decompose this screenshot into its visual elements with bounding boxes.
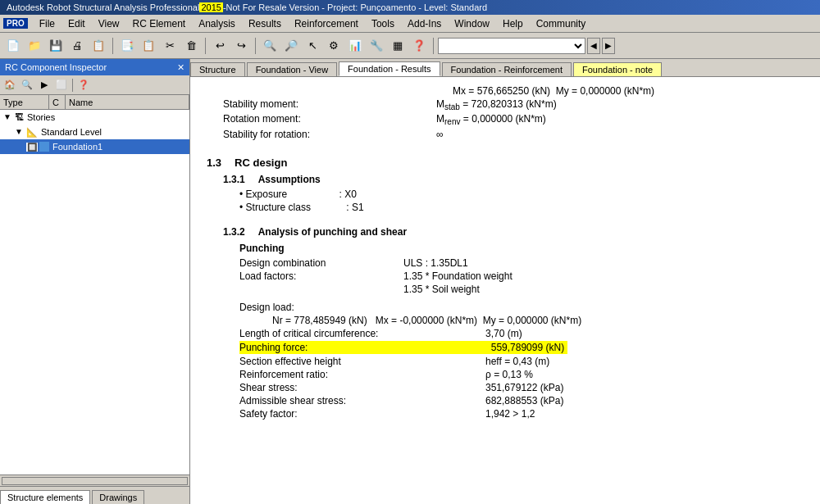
shear-stress-label: Shear stress: xyxy=(239,382,485,393)
foundation1-label: Foundation1 xyxy=(52,142,102,152)
punching-force-row: Punching force: 559,789099 (kN) xyxy=(207,341,804,354)
menu-tools[interactable]: Tools xyxy=(365,16,401,31)
top-line-mx: Mx = 576,665250 (kN) My = 0,000000 (kN*m… xyxy=(207,85,804,97)
rotation-moment-row: Rotation moment: Mrenv = 0,000000 (kN*m) xyxy=(207,113,804,126)
menu-bar: PRO File Edit View RC Element Analysis R… xyxy=(0,15,820,33)
menu-results[interactable]: Results xyxy=(242,16,288,31)
copy-button[interactable]: 📑 xyxy=(117,36,137,56)
undo-button[interactable]: ↩ xyxy=(210,36,230,56)
insp-btn-1[interactable]: 🏠 xyxy=(2,77,18,93)
nav-left[interactable]: ◀ xyxy=(587,38,600,54)
design-comb-value: ULS : 1.35DL1 xyxy=(403,257,468,269)
preview-button[interactable]: 📋 xyxy=(89,36,108,56)
menu-edit[interactable]: Edit xyxy=(61,16,92,31)
zoom-in-button[interactable]: 🔍 xyxy=(260,36,280,56)
print-button[interactable]: 🖨 xyxy=(67,36,87,56)
nav-right[interactable]: ▶ xyxy=(602,38,615,54)
tab-drawings[interactable]: Drawings xyxy=(92,490,144,504)
insp-btn-5[interactable]: ❓ xyxy=(75,77,92,93)
stability-moment-row: Stability moment: Mstab = 720,820313 (kN… xyxy=(207,98,804,111)
section-132-title: Analysis of punching and shear xyxy=(258,226,407,238)
tab-foundation-results[interactable]: Foundation - Results xyxy=(339,61,440,76)
col-type: Type xyxy=(0,95,49,109)
menu-help[interactable]: Help xyxy=(496,16,530,31)
menu-window[interactable]: Window xyxy=(448,16,496,31)
tab-structure-elements[interactable]: Structure elements xyxy=(0,490,90,504)
indent-2 xyxy=(3,142,26,152)
insp-btn-3[interactable]: ▶ xyxy=(36,77,52,93)
zoom-out-button[interactable]: 🔎 xyxy=(281,36,301,56)
reinf-ratio-value: ρ = 0,13 % xyxy=(485,369,533,380)
section-131-title: Assumptions xyxy=(258,174,321,185)
grid-button[interactable]: ▦ xyxy=(388,36,408,56)
design-load-row: Design load: xyxy=(207,302,804,313)
stability-moment-label: Stability moment: xyxy=(207,98,436,111)
adm-shear-row: Admissible shear stress: 682,888553 (kPa… xyxy=(207,395,804,406)
col-c: C xyxy=(49,95,66,109)
chart-button[interactable]: 📊 xyxy=(345,36,365,56)
tab-foundation-reinforcement[interactable]: Foundation - Reinforcement xyxy=(442,62,572,76)
load-factors-label: Load factors: xyxy=(239,270,403,282)
insp-sep xyxy=(72,79,73,92)
tab-foundation-view[interactable]: Foundation - View xyxy=(247,62,337,76)
open-button[interactable]: 📁 xyxy=(25,36,44,56)
menu-community[interactable]: Community xyxy=(530,16,593,31)
menu-rc-element[interactable]: RC Element xyxy=(126,16,193,31)
rotation-moment-value: Mrenv = 0,000000 (kN*m) xyxy=(436,113,546,126)
section-13: 1.3 RC design xyxy=(207,157,804,169)
menu-addins[interactable]: Add-Ins xyxy=(401,16,448,31)
crit-circ-row: Length of critical circumference: 3,70 (… xyxy=(207,328,804,339)
tree-row-foundation1[interactable]: 🔲 Foundation1 xyxy=(0,139,189,154)
cut-button[interactable]: ✂ xyxy=(160,36,180,56)
wrench-button[interactable]: 🔧 xyxy=(367,36,386,56)
view-dropdown[interactable] xyxy=(438,38,585,54)
level-icon: 📐 xyxy=(26,127,38,138)
inspector-toolbar: 🏠 🔍 ▶ ⬜ ❓ xyxy=(0,75,189,95)
bottom-tabs: Structure elements Drawings xyxy=(0,486,189,504)
stability-rotation-row: Stability for rotation: ∞ xyxy=(207,129,804,140)
crit-circ-value: 3,70 (m) xyxy=(485,328,522,339)
left-panel: RC Component Inspector ✕ 🏠 🔍 ▶ ⬜ ❓ Type … xyxy=(0,59,190,504)
exposure-label: Exposure xyxy=(246,188,288,200)
close-icon[interactable]: ✕ xyxy=(177,62,184,73)
toolbar-sep-2 xyxy=(205,38,206,54)
expand-stories[interactable]: ▼ xyxy=(3,112,13,122)
inspector-title: RC Component Inspector xyxy=(5,62,107,72)
insp-btn-4[interactable]: ⬜ xyxy=(53,77,70,93)
adm-shear-label: Admissible shear stress: xyxy=(239,395,485,406)
bullet-exposure: Exposure : X0 xyxy=(207,188,804,200)
title-suffix: -Not For Resale Version - Project: Punço… xyxy=(223,2,487,12)
tab-bar: Structure Foundation - View Foundation -… xyxy=(190,59,820,77)
new-button[interactable]: 📄 xyxy=(3,36,23,56)
tree-row-stories[interactable]: ▼ 🏗 Stories xyxy=(0,110,189,125)
section-131: 1.3.1 Assumptions xyxy=(223,174,804,185)
redo-button[interactable]: ↪ xyxy=(231,36,251,56)
indent-1 xyxy=(3,127,15,137)
tab-foundation-note[interactable]: Foundation - note xyxy=(573,62,662,76)
design-load-label: Design load: xyxy=(239,302,403,313)
tree-row-standard-level[interactable]: ▼ 📐 Standard Level xyxy=(0,125,189,139)
insp-btn-2[interactable]: 🔍 xyxy=(19,77,35,93)
save-button[interactable]: 💾 xyxy=(46,36,66,56)
tree-content: ▼ 🏗 Stories ▼ 📐 Standard Level 🔲 Foundat… xyxy=(0,110,189,474)
shear-stress-value: 351,679122 (kPa) xyxy=(485,382,563,393)
tree-header: Type C Name xyxy=(0,95,189,110)
select-button[interactable]: ↖ xyxy=(303,36,322,56)
expand-level[interactable]: ▼ xyxy=(15,127,25,137)
section-eff-row: Section effective height heff = 0,43 (m) xyxy=(207,356,804,367)
horizontal-scrollbar[interactable] xyxy=(0,474,189,486)
help-button[interactable]: ❓ xyxy=(409,36,429,56)
delete-button[interactable]: 🗑 xyxy=(181,36,201,56)
top-mx-label xyxy=(207,85,453,97)
menu-view[interactable]: View xyxy=(92,16,126,31)
paste-button[interactable]: 📋 xyxy=(139,36,158,56)
settings-button[interactable]: ⚙ xyxy=(324,36,344,56)
stories-label: Stories xyxy=(27,112,55,122)
load-factor-2-label xyxy=(239,284,403,295)
menu-analysis[interactable]: Analysis xyxy=(192,16,242,31)
menu-file[interactable]: File xyxy=(33,16,61,31)
menu-reinforcement[interactable]: Reinforcement xyxy=(288,16,365,31)
exposure-value: : X0 xyxy=(290,188,357,200)
tab-structure[interactable]: Structure xyxy=(190,62,245,76)
stability-rotation-value: ∞ xyxy=(436,129,444,140)
